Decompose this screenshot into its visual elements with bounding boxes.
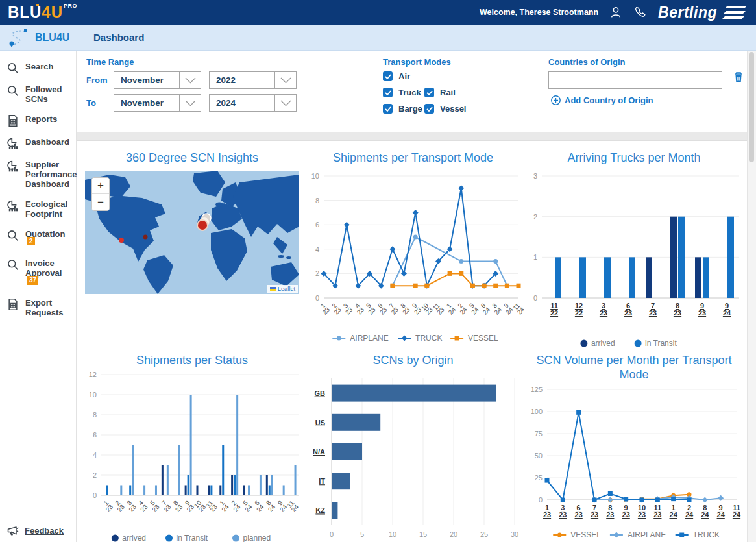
svg-text:2: 2 xyxy=(533,212,537,220)
checkbox-air[interactable]: Air xyxy=(383,71,410,81)
x-axis-link[interactable]: 124 xyxy=(670,504,678,519)
y-axis-link[interactable]: US xyxy=(315,418,324,426)
x-axis-link[interactable]: 923 xyxy=(622,504,630,519)
svg-text:924: 924 xyxy=(500,301,515,315)
zoom-out-button[interactable]: − xyxy=(92,194,109,210)
y-axis-link[interactable]: N/A xyxy=(313,448,325,456)
map-zoom-control: + − xyxy=(91,177,110,211)
plus-circle-icon xyxy=(551,95,561,105)
svg-text:3: 3 xyxy=(533,172,537,180)
panel-shipments-per-status: Shipments per Status 0246810121232233234… xyxy=(82,349,302,542)
svg-text:1023: 1023 xyxy=(193,499,208,513)
checkbox-label: Barge xyxy=(398,104,422,114)
checkbox-rail[interactable]: Rail xyxy=(424,88,456,97)
phone-icon[interactable] xyxy=(633,5,648,19)
checkbox-checked-icon[interactable] xyxy=(424,88,434,97)
checkbox-barge[interactable]: Barge xyxy=(383,104,424,114)
to-year-select[interactable]: 2024 xyxy=(209,94,297,112)
y-axis-link[interactable]: GB xyxy=(314,389,325,397)
svg-text:524: 524 xyxy=(239,499,254,513)
x-axis-link[interactable]: 924 xyxy=(723,302,731,317)
search-icon xyxy=(6,229,19,242)
to-label: To xyxy=(86,98,114,108)
route-icon xyxy=(6,27,30,48)
x-axis-link[interactable]: 924 xyxy=(717,504,726,519)
to-month-select[interactable]: November xyxy=(114,94,201,112)
checkbox-checked-icon[interactable] xyxy=(383,88,393,97)
charts-grid: 360 Degree SCN Insights + − Leaflet Ship… xyxy=(77,141,756,542)
x-axis-link[interactable]: 323 xyxy=(600,302,607,317)
checkbox-label: Rail xyxy=(440,88,456,97)
checkbox-checked-icon[interactable] xyxy=(383,104,393,114)
country-of-origin-input[interactable] xyxy=(548,71,722,89)
x-axis-link[interactable]: 1023 xyxy=(638,504,646,519)
sidebar-item-search[interactable]: Search xyxy=(0,57,76,80)
x-axis-link[interactable]: 1122 xyxy=(550,302,558,317)
svg-text:10: 10 xyxy=(388,530,396,538)
user-icon[interactable] xyxy=(609,5,623,19)
from-year-value: 2022 xyxy=(210,75,236,85)
sidebar-item-reports[interactable]: Reports xyxy=(0,110,76,132)
checkbox-checked-icon[interactable] xyxy=(424,104,434,114)
sidebar-item-invoice-approval[interactable]: Invoice Approval37 xyxy=(0,254,76,293)
x-axis-link[interactable]: 723 xyxy=(649,302,657,317)
time-range-label: Time Range xyxy=(86,57,304,67)
checkbox-checked-icon[interactable] xyxy=(383,71,393,81)
checkbox-truck[interactable]: Truck xyxy=(383,88,424,97)
x-axis-link[interactable]: 723 xyxy=(591,504,598,519)
chevron-down-icon xyxy=(274,95,296,111)
sidebar-item-supplier-performance-dashboard[interactable]: Supplier Performance Dashboard xyxy=(0,155,76,195)
svg-text:6: 6 xyxy=(93,431,97,439)
sidebar-item-followed-scns[interactable]: Followed SCNs xyxy=(0,80,76,110)
svg-text:624: 624 xyxy=(476,301,491,315)
sidebar-item-label: Reports xyxy=(25,115,57,125)
svg-text:523: 523 xyxy=(362,301,377,315)
add-country-of-origin-button[interactable]: Add Country of Origin xyxy=(551,95,743,105)
nav-tab-dashboard[interactable]: Dashboard xyxy=(93,32,144,43)
scrollbar[interactable] xyxy=(747,51,756,542)
x-axis-link[interactable]: 1123 xyxy=(653,504,661,519)
zoom-in-button[interactable]: + xyxy=(92,178,109,194)
sidebar-item-label: Dashboard xyxy=(25,138,69,147)
scrollbar-thumb[interactable] xyxy=(749,52,754,162)
svg-text:223: 223 xyxy=(112,499,127,513)
world-map[interactable]: + − Leaflet xyxy=(85,171,299,294)
svg-text:823: 823 xyxy=(396,301,411,315)
x-axis-link[interactable]: 123 xyxy=(543,504,551,519)
x-axis-link[interactable]: 824 xyxy=(701,504,709,519)
x-axis-link[interactable]: 1222 xyxy=(575,302,583,317)
x-axis-link[interactable]: 623 xyxy=(575,504,583,519)
x-axis-link[interactable]: 1124 xyxy=(733,504,741,519)
svg-text:2: 2 xyxy=(315,269,319,277)
invoice-approval-badge: 37 xyxy=(27,276,38,285)
x-axis-link[interactable]: 823 xyxy=(674,302,681,317)
sidebar-item-export-requests[interactable]: Export Requests xyxy=(0,293,76,323)
svg-text:20: 20 xyxy=(449,530,457,538)
countries-of-origin-label: Countries of Origin xyxy=(548,57,743,67)
svg-text:0: 0 xyxy=(93,491,97,499)
trash-icon[interactable] xyxy=(733,71,744,86)
x-axis-link[interactable]: 623 xyxy=(624,302,632,317)
svg-text:10: 10 xyxy=(89,391,97,399)
sidebar-item-label: Search xyxy=(25,62,53,72)
leaflet-label[interactable]: Leaflet xyxy=(278,286,295,292)
x-axis-link[interactable]: 823 xyxy=(606,504,614,519)
checkbox-vessel[interactable]: Vessel xyxy=(424,104,467,114)
sidebar-item-ecological-footprint[interactable]: Ecological Footprint xyxy=(0,195,76,225)
nav-app-home[interactable]: BLU4U xyxy=(0,27,77,48)
svg-text:TRUCK: TRUCK xyxy=(693,530,720,539)
y-axis-link[interactable]: IT xyxy=(319,477,325,485)
from-month-select[interactable]: November xyxy=(114,71,201,89)
sidebar-item-dashboard[interactable]: Dashboard xyxy=(0,132,76,155)
from-year-select[interactable]: 2022 xyxy=(209,71,297,89)
x-axis-link[interactable]: 923 xyxy=(698,302,706,317)
sidebar: Search Followed SCNs Reports Dashboard S… xyxy=(0,51,77,542)
sidebar-item-quotation[interactable]: Quotation2 xyxy=(0,225,76,254)
x-axis-link[interactable]: 224 xyxy=(685,504,694,519)
chart-title: Arriving Trucks per Month xyxy=(530,151,738,166)
feedback-link[interactable]: Feedback xyxy=(6,524,64,537)
svg-text:124: 124 xyxy=(216,499,231,513)
x-axis-link[interactable]: 323 xyxy=(559,504,567,519)
logo-pro-sup: PRO xyxy=(64,3,77,9)
y-axis-link[interactable]: KZ xyxy=(315,506,325,514)
